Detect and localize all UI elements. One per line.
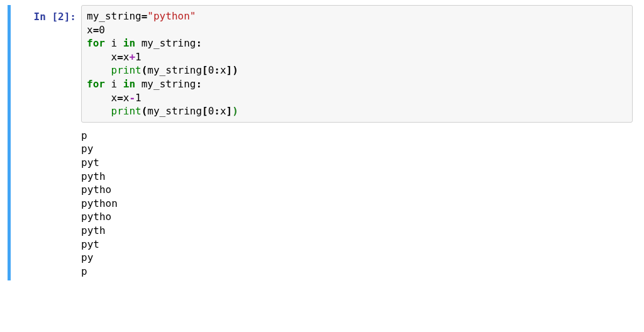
code-token: [ (202, 64, 208, 76)
code-token: ) (232, 64, 238, 76)
code-cell[interactable]: In [2]: my_string="python" x=0 for i in … (8, 5, 636, 280)
code-token: ] (226, 64, 233, 76)
prompt-open: [ (46, 11, 58, 23)
code-token: = (142, 10, 148, 22)
code-token: "python" (147, 10, 196, 22)
code-token: x (123, 92, 130, 104)
code-token: x (123, 51, 130, 63)
prompt-number: 2 (58, 11, 64, 23)
code-token: ] (226, 105, 233, 117)
code-token: = (117, 92, 123, 104)
code-token (105, 78, 111, 90)
code-editor[interactable]: my_string="python" x=0 for i in my_strin… (81, 5, 633, 123)
code-token: x (220, 105, 226, 117)
code-token (87, 64, 111, 76)
code-text[interactable]: my_string="python" x=0 for i in my_strin… (87, 9, 627, 118)
prompt-close: ] (64, 11, 70, 23)
code-token: ) (232, 105, 238, 117)
code-token: = (117, 51, 123, 63)
code-token: for (87, 78, 105, 90)
code-token: + (129, 51, 135, 63)
code-token: ( (142, 105, 148, 117)
code-token: in (123, 78, 135, 90)
code-token: my_string (147, 105, 202, 117)
code-token (105, 37, 111, 49)
prompt-label: In (34, 11, 46, 23)
code-token: my_string (142, 37, 196, 49)
code-token: : (214, 105, 220, 117)
input-prompt: In [2]: (11, 5, 81, 24)
code-token: in (123, 37, 135, 49)
output-text: p py pyt pyth pytho python pytho pyth py… (81, 129, 633, 279)
code-token: print (111, 105, 142, 117)
code-token: 0 (208, 64, 214, 76)
code-token (87, 51, 111, 63)
output-content: p py pyt pyth pytho python pytho pyth py… (81, 129, 636, 281)
code-token: ( (142, 64, 148, 76)
code-token: i (111, 37, 118, 49)
code-token: x (220, 64, 226, 76)
code-token: for (87, 37, 105, 49)
input-row: In [2]: my_string="python" x=0 for i in … (11, 5, 636, 129)
code-token: my_string (142, 78, 196, 90)
code-token (87, 105, 111, 117)
stdout: p py pyt pyth pytho python pytho pyth py… (81, 129, 633, 281)
code-token: = (93, 24, 99, 36)
code-token: print (111, 64, 142, 76)
code-token: 1 (135, 51, 142, 63)
code-token: : (196, 78, 202, 90)
code-token (117, 78, 123, 90)
code-token: x (111, 92, 118, 104)
code-token: x (111, 51, 118, 63)
code-token: 0 (99, 24, 105, 36)
code-token (135, 78, 142, 90)
code-token: 0 (208, 105, 214, 117)
code-token: x (87, 24, 93, 36)
input-content: my_string="python" x=0 for i in my_strin… (81, 5, 636, 129)
code-token: - (129, 92, 135, 104)
code-token: : (214, 64, 220, 76)
code-token: my_string (87, 10, 142, 22)
code-token: : (196, 37, 202, 49)
code-token: i (111, 78, 118, 90)
prompt-suffix: : (70, 11, 76, 23)
code-token: 1 (135, 92, 142, 104)
code-token (117, 37, 123, 49)
code-token: my_string (147, 64, 202, 76)
notebook: In [2]: my_string="python" x=0 for i in … (0, 0, 644, 287)
code-token (87, 92, 111, 104)
code-token: [ (202, 105, 208, 117)
output-row: p py pyt pyth pytho python pytho pyth py… (11, 129, 636, 281)
output-prompt (11, 129, 81, 134)
code-token (135, 37, 142, 49)
